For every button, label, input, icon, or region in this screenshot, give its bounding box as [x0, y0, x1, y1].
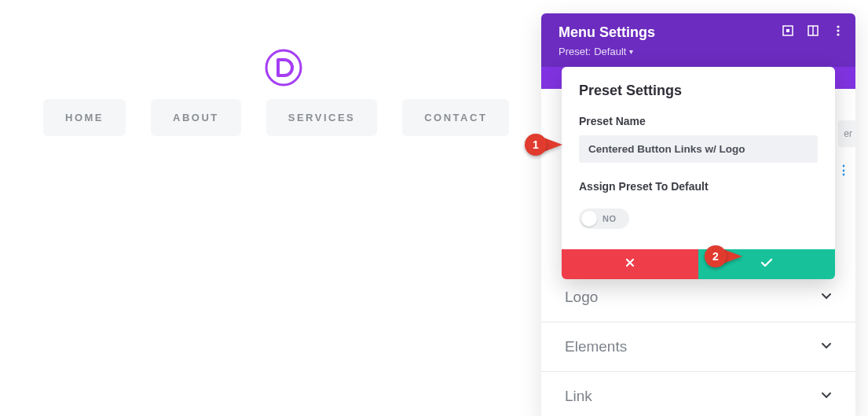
svg-point-6 [837, 29, 839, 31]
preset-actions [562, 249, 835, 279]
nav-item-services[interactable]: SERVICES [266, 99, 378, 136]
nav-item-about[interactable]: ABOUT [151, 99, 241, 136]
nav-item-contact[interactable]: CONTACT [402, 99, 509, 136]
preset-selector[interactable]: Preset: Default ▾ [559, 46, 838, 57]
section-elements[interactable]: Elements [541, 322, 855, 372]
caret-down-icon: ▾ [629, 47, 633, 56]
chevron-down-icon [821, 340, 832, 354]
background-content-fragment: er [838, 120, 855, 147]
close-icon [624, 257, 635, 271]
preset-settings-title: Preset Settings [579, 83, 818, 99]
section-label: Logo [565, 289, 598, 306]
chevron-down-icon [821, 290, 832, 304]
annotation-callout-1: 1 [525, 134, 562, 156]
svg-point-5 [837, 25, 839, 28]
expand-icon[interactable] [782, 24, 794, 37]
chevron-down-icon [821, 389, 832, 403]
section-label: Elements [565, 338, 627, 355]
annotation-callout-2: 2 [705, 245, 742, 267]
preset-value: Default [594, 46, 626, 57]
svg-point-7 [837, 33, 839, 35]
columns-icon[interactable] [807, 24, 819, 37]
kebab-menu-icon[interactable] [832, 24, 844, 37]
preset-name-label: Preset Name [579, 115, 818, 127]
main-nav: HOME ABOUT SERVICES CONTACT [43, 99, 509, 136]
assign-default-label: Assign Preset To Default [579, 180, 818, 193]
section-link[interactable]: Link [541, 372, 855, 416]
panel-header-icons [782, 24, 844, 37]
svg-point-0 [266, 50, 301, 85]
cancel-button[interactable] [562, 249, 698, 279]
panel-header: Menu Settings Preset: Default ▾ [541, 13, 855, 67]
annotation-badge: 2 [705, 245, 727, 267]
annotation-badge: 1 [525, 134, 547, 156]
toggle-knob [581, 211, 597, 226]
svg-rect-2 [786, 29, 789, 32]
toggle-state-text: NO [602, 214, 617, 223]
section-logo[interactable]: Logo [541, 276, 855, 322]
preset-prefix: Preset: [559, 46, 591, 57]
check-icon [760, 257, 773, 271]
preset-settings-card: Preset Settings Preset Name Assign Prese… [562, 67, 835, 279]
menu-settings-panel: Menu Settings Preset: Default ▾ er ⋮ Log… [541, 13, 855, 416]
site-logo [265, 49, 302, 87]
section-label: Link [565, 388, 592, 405]
content-kebab-icon[interactable]: ⋮ [837, 163, 851, 178]
preset-name-input[interactable] [579, 135, 818, 163]
nav-item-home[interactable]: HOME [43, 99, 126, 136]
assign-default-toggle[interactable]: NO [579, 208, 629, 229]
